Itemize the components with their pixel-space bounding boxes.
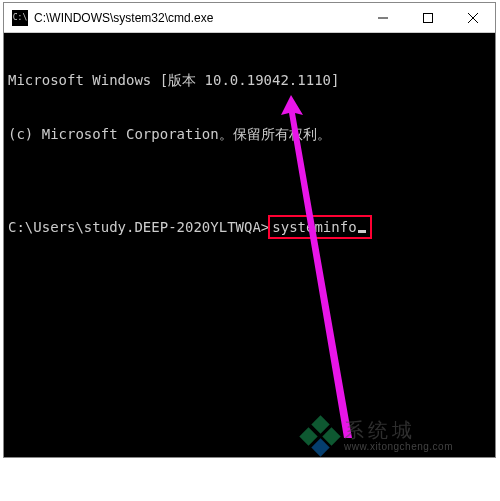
svg-marker-4 (281, 95, 352, 438)
watermark-logo-icon (302, 418, 338, 454)
window-title: C:\WINDOWS\system32\cmd.exe (34, 11, 360, 25)
terminal-command: systeminfo (272, 218, 356, 236)
close-button[interactable] (450, 3, 495, 32)
terminal-line-copyright: (c) Microsoft Corporation。保留所有权利。 (8, 125, 491, 143)
terminal-area[interactable]: Microsoft Windows [版本 10.0.19042.1110] (… (4, 33, 495, 457)
annotation-arrow (4, 33, 495, 457)
terminal-line-version: Microsoft Windows [版本 10.0.19042.1110] (8, 71, 491, 89)
command-highlight-box: systeminfo (268, 215, 371, 239)
watermark-text: 系统城 www.xitongcheng.com (344, 420, 453, 452)
titlebar[interactable]: C:\ C:\WINDOWS\system32\cmd.exe (4, 3, 495, 33)
watermark: 系统城 www.xitongcheng.com (302, 418, 453, 454)
terminal-prompt: C:\Users\study.DEEP-2020YLTWQA> (8, 218, 269, 236)
cmd-window: C:\ C:\WINDOWS\system32\cmd.exe Microsof… (3, 2, 496, 458)
minimize-button[interactable] (360, 3, 405, 32)
maximize-button[interactable] (405, 3, 450, 32)
watermark-cn: 系统城 (344, 420, 453, 440)
cmd-icon: C:\ (12, 10, 28, 26)
watermark-url: www.xitongcheng.com (344, 442, 453, 452)
window-controls (360, 3, 495, 32)
terminal-prompt-line: C:\Users\study.DEEP-2020YLTWQA> systemin… (8, 215, 491, 239)
terminal-cursor (358, 230, 366, 233)
svg-rect-1 (423, 13, 432, 22)
